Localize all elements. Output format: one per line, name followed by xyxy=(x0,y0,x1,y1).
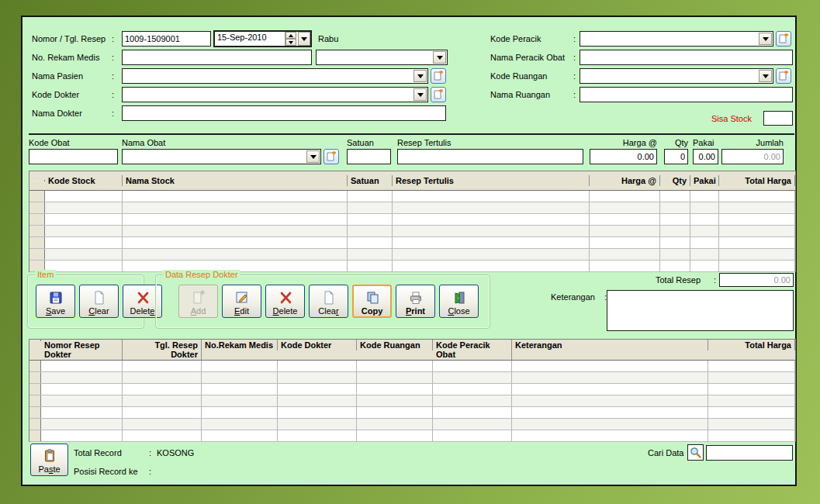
table-row[interactable] xyxy=(29,419,795,430)
kode-dokter-combo[interactable] xyxy=(122,87,428,102)
kode-ruangan-combo[interactable] xyxy=(580,68,773,84)
table-row[interactable] xyxy=(29,191,795,202)
table-cell xyxy=(123,395,202,406)
table-row[interactable] xyxy=(29,372,795,384)
nama-obat-combo[interactable] xyxy=(122,149,321,164)
table-cell xyxy=(348,202,393,213)
table-row[interactable] xyxy=(29,395,795,407)
qty-input[interactable] xyxy=(664,149,688,164)
nama-peracik-input[interactable] xyxy=(580,50,793,65)
new-document-icon xyxy=(433,71,444,81)
table-cell xyxy=(45,191,123,202)
add-obat-button[interactable] xyxy=(324,149,339,164)
nama-ruangan-input[interactable] xyxy=(580,87,793,102)
table-cell xyxy=(719,237,795,248)
table-row[interactable] xyxy=(29,361,795,372)
cari-data-input[interactable] xyxy=(706,445,793,461)
chevron-down-icon[interactable] xyxy=(433,51,446,64)
table-cell xyxy=(433,395,512,406)
table-cell xyxy=(357,372,433,383)
row-selector xyxy=(29,372,41,383)
sisa-stock-input[interactable] xyxy=(763,111,793,126)
table-row[interactable] xyxy=(29,261,795,272)
table-row[interactable] xyxy=(29,249,795,261)
rekam-medis-input[interactable] xyxy=(122,50,312,65)
table-cell xyxy=(41,419,123,430)
kode-obat-input[interactable] xyxy=(29,149,118,164)
table-cell xyxy=(690,202,719,213)
kode-peracik-combo[interactable] xyxy=(580,31,773,47)
tgl-resep-datepicker[interactable]: 15-Sep-2010 xyxy=(213,30,312,47)
col-qty: Qty xyxy=(660,175,690,186)
row-selector-header xyxy=(29,340,41,341)
table-cell xyxy=(202,407,278,418)
pakai-input[interactable] xyxy=(693,149,718,164)
copy-button[interactable]: Copy xyxy=(352,285,392,318)
row-selector xyxy=(29,226,45,236)
add-pasien-button[interactable] xyxy=(431,68,446,84)
nama-pasien-combo[interactable] xyxy=(122,68,428,84)
delete-resep-button[interactable]: Delete xyxy=(265,285,305,318)
col-harga: Harga @ xyxy=(590,175,660,186)
table-cell xyxy=(690,261,719,271)
table-cell xyxy=(393,261,590,271)
table-row[interactable] xyxy=(29,226,795,237)
stock-table-body xyxy=(29,191,795,272)
table-row[interactable] xyxy=(29,407,795,419)
print-button[interactable]: Print xyxy=(396,285,435,318)
blank-page-icon xyxy=(321,290,337,306)
table-cell xyxy=(660,261,690,271)
chevron-down-icon[interactable] xyxy=(759,33,772,45)
table-cell xyxy=(660,202,690,213)
table-cell xyxy=(278,384,357,395)
resep-tertulis-input[interactable] xyxy=(397,149,583,164)
row-selector xyxy=(29,384,41,395)
clear-item-button[interactable]: Clear xyxy=(79,285,119,318)
table-cell xyxy=(393,249,590,260)
close-button[interactable]: Close xyxy=(439,285,479,318)
table-row[interactable] xyxy=(29,214,795,226)
add-dokter-button[interactable] xyxy=(431,87,446,102)
rekam-medis-combo[interactable] xyxy=(316,50,448,65)
paste-button[interactable]: Paste xyxy=(30,444,68,476)
table-cell xyxy=(41,430,123,441)
table-cell xyxy=(660,237,690,248)
table-cell xyxy=(123,191,348,202)
table-cell xyxy=(41,361,123,371)
row-selector xyxy=(29,419,41,430)
chevron-down-icon[interactable] xyxy=(413,88,427,101)
harga-input[interactable] xyxy=(590,149,657,164)
table-cell xyxy=(348,214,393,225)
table-row[interactable] xyxy=(29,430,795,442)
total-record-label: Total Record: xyxy=(74,448,151,457)
cari-data-label: Cari Data xyxy=(648,448,683,457)
table-row[interactable] xyxy=(29,202,795,214)
table-row[interactable] xyxy=(29,384,795,395)
table-cell xyxy=(660,226,690,236)
table-cell xyxy=(690,191,719,202)
col-total-harga: Total Harga xyxy=(708,340,795,350)
nomor-resep-input[interactable] xyxy=(122,31,211,47)
table-cell xyxy=(393,191,590,202)
edit-button[interactable]: Edit xyxy=(222,285,261,318)
table-row[interactable] xyxy=(29,237,795,249)
new-document-icon xyxy=(433,89,444,100)
save-button[interactable]: Save xyxy=(36,285,75,318)
row-selector xyxy=(29,237,45,248)
chevron-down-icon[interactable] xyxy=(759,70,772,82)
table-cell xyxy=(123,237,348,248)
keterangan-textarea[interactable] xyxy=(607,290,794,331)
date-dropdown-icon[interactable] xyxy=(298,32,310,46)
add-ruangan-button[interactable] xyxy=(776,68,791,84)
search-button[interactable] xyxy=(687,444,704,461)
clear-resep-button[interactable]: Clear xyxy=(309,285,348,318)
table-cell xyxy=(123,430,202,441)
chevron-down-icon[interactable] xyxy=(306,150,320,163)
spinner-down-icon[interactable] xyxy=(285,39,296,46)
nama-dokter-input[interactable] xyxy=(122,105,446,121)
spinner-up-icon[interactable] xyxy=(285,32,296,39)
chevron-down-icon[interactable] xyxy=(413,70,427,82)
add-peracik-button[interactable] xyxy=(776,31,791,47)
rekam-medis-label: No. Rekam Medis: xyxy=(32,53,114,62)
satuan-input[interactable] xyxy=(347,149,391,164)
